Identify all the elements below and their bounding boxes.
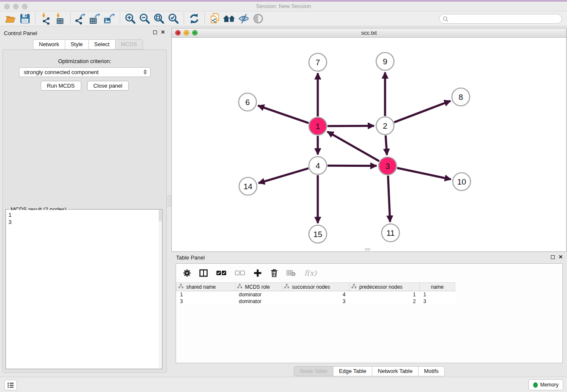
export-network-button[interactable] bbox=[74, 12, 88, 25]
mcds-result-text[interactable]: 1 3 bbox=[6, 210, 159, 368]
zoom-selected-button[interactable] bbox=[166, 12, 181, 25]
import-network-button[interactable] bbox=[39, 12, 53, 25]
clone-network-button[interactable] bbox=[208, 12, 222, 25]
cell-r1-name[interactable]: 3 bbox=[420, 298, 455, 305]
column-header-MCDS-role[interactable]: MCDS role bbox=[235, 283, 282, 291]
delete-column-button[interactable] bbox=[270, 269, 278, 277]
edge-4-14[interactable] bbox=[259, 168, 308, 183]
import-table-icon bbox=[54, 13, 66, 25]
graph-node-7[interactable]: 7 bbox=[309, 53, 327, 71]
minimize-window-button[interactable] bbox=[13, 4, 19, 9]
cell-r0-successor-nodes[interactable]: 4 bbox=[282, 291, 350, 298]
tab-edge-table[interactable]: Edge Table bbox=[333, 366, 372, 376]
edge-1-2[interactable] bbox=[328, 126, 374, 126]
cell-r0-predecessor-nodes[interactable]: 1 bbox=[350, 291, 420, 298]
add-column-button[interactable] bbox=[253, 269, 262, 277]
show-all-button[interactable] bbox=[251, 12, 265, 25]
zoom-fit-button[interactable] bbox=[152, 12, 166, 25]
import-table-button[interactable] bbox=[53, 12, 67, 25]
edge-3-1[interactable] bbox=[328, 132, 379, 161]
graph-node-2[interactable]: 2 bbox=[376, 117, 394, 135]
vertical-splitter-handle[interactable] bbox=[168, 196, 171, 207]
graph-node-14[interactable]: 14 bbox=[239, 177, 257, 195]
zoom-out-button[interactable] bbox=[138, 12, 152, 25]
graph-node-11[interactable]: 11 bbox=[382, 224, 399, 242]
toggle-columns-button[interactable] bbox=[199, 269, 208, 277]
cell-r0-shared-name[interactable]: 1 bbox=[176, 291, 235, 298]
float-table-panel-icon[interactable] bbox=[551, 255, 555, 259]
search-input[interactable] bbox=[449, 15, 561, 23]
first-neighbors-button[interactable] bbox=[222, 12, 237, 25]
toolbar-separator bbox=[120, 13, 120, 25]
graph-node-1[interactable]: 1 bbox=[309, 117, 327, 135]
column-header-predecessor-nodes[interactable]: predecessor nodes bbox=[350, 283, 420, 291]
column-header-name[interactable]: name bbox=[420, 283, 455, 291]
edge-3-11[interactable] bbox=[388, 176, 390, 222]
graph-node-8[interactable]: 8 bbox=[452, 88, 470, 106]
cell-r1-successor-nodes[interactable]: 3 bbox=[282, 298, 350, 305]
memory-button[interactable]: Memory bbox=[528, 379, 563, 390]
tree-column-icon bbox=[351, 284, 357, 290]
close-panel-icon[interactable]: ✕ bbox=[161, 30, 165, 34]
network-close-button[interactable]: ✕ bbox=[175, 30, 181, 36]
edge-3-10[interactable] bbox=[397, 168, 451, 179]
edge-2-3[interactable] bbox=[385, 135, 387, 155]
tab-select[interactable]: Select bbox=[88, 39, 115, 50]
zoom-in-button[interactable] bbox=[123, 12, 138, 25]
network-window-titlebar[interactable]: ✕ − + scc.txt bbox=[172, 28, 566, 38]
floppy-icon bbox=[20, 14, 30, 24]
save-session-button[interactable] bbox=[18, 12, 32, 25]
node-label: 2 bbox=[383, 121, 388, 130]
close-panel-button[interactable]: Close panel bbox=[87, 81, 129, 91]
search-field[interactable] bbox=[439, 14, 562, 24]
edge-1-6[interactable] bbox=[258, 105, 309, 123]
table-settings-button[interactable] bbox=[183, 269, 191, 277]
task-history-button[interactable] bbox=[4, 380, 17, 390]
deselect-all-rows-button[interactable] bbox=[235, 271, 245, 276]
apply-layout-button[interactable] bbox=[187, 12, 201, 25]
select-all-rows-button[interactable] bbox=[216, 271, 226, 276]
tree-column-icon bbox=[237, 284, 242, 290]
optimization-criterion-select[interactable]: strongly connected component bbox=[19, 67, 151, 77]
result-scrollbar[interactable] bbox=[159, 210, 162, 368]
cell-r1-shared-name[interactable]: 3 bbox=[176, 298, 235, 305]
select-stepper-icon bbox=[143, 69, 147, 75]
hide-selected-button[interactable] bbox=[237, 12, 251, 25]
cell-r1-MCDS-role[interactable]: dominator bbox=[235, 298, 282, 305]
close-window-button[interactable] bbox=[4, 4, 10, 9]
column-header-shared-name[interactable]: shared name bbox=[176, 283, 235, 291]
horizontal-splitter-handle[interactable] bbox=[365, 248, 370, 251]
network-view-window: ✕ − + scc.txt 7968124314101511 bbox=[171, 28, 567, 252]
edge-4-3[interactable] bbox=[328, 166, 377, 166]
graph-node-15[interactable]: 15 bbox=[309, 225, 327, 243]
cell-r0-MCDS-role[interactable]: dominator bbox=[235, 291, 282, 298]
tab-node-table[interactable]: Node Table bbox=[294, 366, 333, 376]
graph-node-10[interactable]: 10 bbox=[453, 173, 471, 190]
cell-r0-name[interactable]: 1 bbox=[420, 291, 455, 298]
tab-network-table[interactable]: Network Table bbox=[372, 366, 418, 376]
graph-node-4[interactable]: 4 bbox=[309, 157, 327, 174]
run-mcds-button[interactable]: Run MCDS bbox=[41, 81, 81, 91]
column-header-successor-nodes[interactable]: successor nodes bbox=[282, 283, 350, 291]
export-image-button[interactable] bbox=[102, 12, 117, 25]
edge-2-8[interactable] bbox=[394, 101, 451, 122]
maximize-window-button[interactable] bbox=[22, 4, 28, 9]
network-minimize-button[interactable]: − bbox=[184, 30, 189, 36]
open-session-button[interactable] bbox=[3, 12, 18, 25]
graph-node-3[interactable]: 3 bbox=[379, 157, 396, 175]
deselect-all-icon bbox=[235, 271, 245, 276]
close-table-panel-icon[interactable]: ✕ bbox=[559, 255, 563, 259]
tab-motifs[interactable]: Motifs bbox=[418, 366, 445, 376]
tab-network[interactable]: Network bbox=[33, 39, 65, 50]
network-maximize-button[interactable]: + bbox=[192, 30, 198, 36]
table-row: 1dominator411 bbox=[176, 291, 455, 298]
tab-style[interactable]: Style bbox=[65, 39, 88, 50]
network-canvas[interactable]: 7968124314101511 bbox=[172, 38, 566, 251]
graph-node-6[interactable]: 6 bbox=[239, 93, 256, 111]
cell-r1-predecessor-nodes[interactable]: 2 bbox=[350, 298, 420, 305]
float-panel-icon[interactable] bbox=[153, 30, 157, 34]
graph-node-9[interactable]: 9 bbox=[376, 52, 394, 70]
zoom-in-icon bbox=[124, 13, 136, 25]
export-table-button[interactable] bbox=[88, 12, 102, 25]
tab-mcds[interactable]: MCDS bbox=[115, 39, 143, 50]
